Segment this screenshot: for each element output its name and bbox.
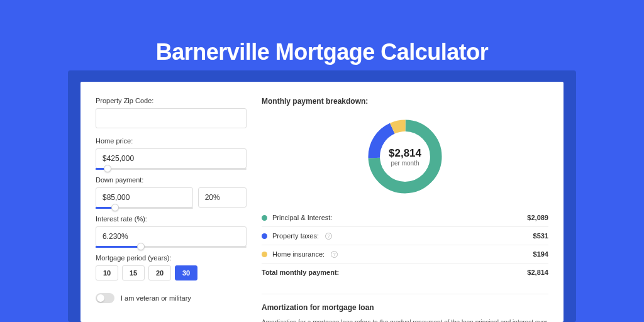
down-payment-slider[interactable] <box>96 207 193 209</box>
line-value: $2,089 <box>527 214 548 221</box>
slider-fill <box>96 246 141 248</box>
donut-center-value: $2,814 <box>389 147 421 160</box>
donut-chart: $2,814 per month <box>364 116 446 197</box>
total-value: $2,814 <box>527 269 548 276</box>
line-principal: Principal & Interest: $2,089 <box>262 209 548 227</box>
donut-center: $2,814 per month <box>389 147 421 167</box>
period-btn-15[interactable]: 15 <box>122 265 145 280</box>
results-column: Monthly payment breakdown: $2,814 per mo… <box>262 97 548 307</box>
breakdown-title: Monthly payment breakdown: <box>262 97 548 106</box>
page-title: Barnerville Mortgage Calculator <box>0 0 644 65</box>
home-price-label: Home price: <box>96 137 247 145</box>
donut-center-label: per month <box>389 160 421 167</box>
period-btn-20[interactable]: 20 <box>148 265 171 280</box>
down-payment-pct-input[interactable] <box>198 187 247 208</box>
total-label: Total monthly payment: <box>262 269 339 276</box>
line-value: $531 <box>533 232 548 240</box>
calculator-card: Property Zip Code: Home price: Down paym… <box>80 82 564 322</box>
home-price-slider[interactable] <box>96 168 247 170</box>
home-price-group: Home price: <box>96 137 247 170</box>
interest-input[interactable] <box>96 226 247 247</box>
period-btn-30[interactable]: 30 <box>175 265 197 280</box>
down-payment-input[interactable] <box>96 187 193 208</box>
down-payment-label: Down payment: <box>96 176 247 184</box>
veteran-row: I am veteran or military <box>96 293 247 303</box>
line-label: Property taxes: <box>272 232 319 240</box>
slider-handle[interactable] <box>104 165 111 172</box>
amortization-title: Amortization for mortgage loan <box>262 294 548 312</box>
form-column: Property Zip Code: Home price: Down paym… <box>96 97 247 307</box>
donut-chart-wrap: $2,814 per month <box>262 116 548 197</box>
period-btn-10[interactable]: 10 <box>96 265 118 280</box>
dot-icon <box>262 215 267 221</box>
line-label: Home insurance: <box>272 250 325 258</box>
interest-slider[interactable] <box>96 246 247 248</box>
veteran-label: I am veteran or military <box>121 294 191 302</box>
veteran-toggle[interactable] <box>96 293 114 303</box>
info-icon[interactable]: ? <box>325 233 332 240</box>
down-payment-group: Down payment: <box>96 176 247 209</box>
amortization-text: Amortization for a mortgage loan refers … <box>262 318 548 322</box>
dot-icon <box>262 252 267 257</box>
zip-input[interactable] <box>96 108 247 128</box>
line-taxes: Property taxes: ? $531 <box>262 227 548 245</box>
slider-handle[interactable] <box>111 204 119 211</box>
zip-group: Property Zip Code: <box>96 97 247 128</box>
line-insurance: Home insurance: ? $194 <box>262 245 548 264</box>
slider-handle[interactable] <box>137 243 145 250</box>
home-price-input[interactable] <box>96 148 247 169</box>
info-icon[interactable]: ? <box>331 251 338 258</box>
line-label: Principal & Interest: <box>272 214 332 221</box>
interest-group: Interest rate (%): <box>96 215 247 248</box>
zip-label: Property Zip Code: <box>96 97 247 104</box>
line-total: Total monthly payment: $2,814 <box>262 264 548 281</box>
period-row: 10 15 20 30 <box>96 265 247 280</box>
line-value: $194 <box>533 250 548 258</box>
period-group: Mortgage period (years): 10 15 20 30 <box>96 254 247 280</box>
toggle-knob <box>97 294 104 302</box>
interest-label: Interest rate (%): <box>96 215 247 223</box>
dot-icon <box>262 233 267 239</box>
period-label: Mortgage period (years): <box>96 254 247 262</box>
